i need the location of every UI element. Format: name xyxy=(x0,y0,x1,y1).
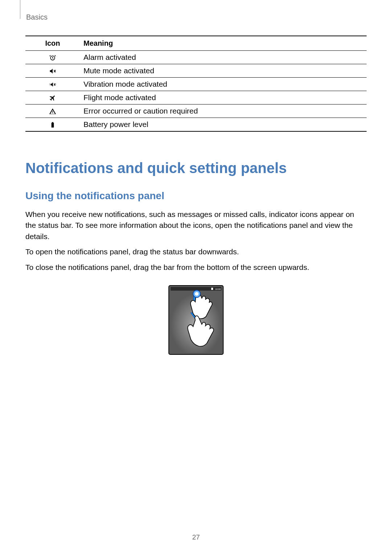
vibration-icon xyxy=(25,78,80,91)
flight-icon xyxy=(25,91,80,104)
alarm-icon xyxy=(25,51,80,64)
meaning-cell: Mute mode activated xyxy=(80,64,367,78)
paragraph: To close the notifications panel, drag t… xyxy=(25,262,367,273)
illustration-time: 10:00 xyxy=(215,288,221,290)
col-meaning-header: Meaning xyxy=(80,36,367,51)
table-row: Error occurred or caution required xyxy=(25,104,367,118)
icon-meaning-table: Icon Meaning Alarm activated Mute mode a… xyxy=(25,36,367,132)
table-row: Flight mode activated xyxy=(25,91,367,104)
mute-icon xyxy=(25,64,80,78)
breadcrumb: Basics xyxy=(26,13,48,21)
meaning-cell: Alarm activated xyxy=(80,51,367,64)
meaning-cell: Flight mode activated xyxy=(80,91,367,104)
battery-icon xyxy=(25,118,80,132)
section-heading: Notifications and quick setting panels xyxy=(25,160,367,176)
svg-rect-2 xyxy=(52,122,53,123)
table-row: Mute mode activated xyxy=(25,64,367,78)
meaning-cell: Battery power level xyxy=(80,118,367,132)
paragraph: To open the notifications panel, drag th… xyxy=(25,246,367,257)
drag-gesture-illustration: 10:00 xyxy=(167,284,225,356)
table-row: Alarm activated xyxy=(25,51,367,64)
col-icon-header: Icon xyxy=(25,36,80,51)
page-number: 27 xyxy=(0,533,392,541)
svg-point-9 xyxy=(195,292,199,296)
table-row: Battery power level xyxy=(25,118,367,132)
svg-rect-1 xyxy=(52,123,54,128)
meaning-cell: Error occurred or caution required xyxy=(80,104,367,118)
subsection-heading: Using the notifications panel xyxy=(25,190,367,202)
svg-rect-5 xyxy=(211,288,213,290)
error-icon xyxy=(25,104,80,118)
paragraph: When you receive new notifications, such… xyxy=(25,209,367,242)
table-row: Vibration mode activated xyxy=(25,78,367,91)
meaning-cell: Vibration mode activated xyxy=(80,78,367,91)
